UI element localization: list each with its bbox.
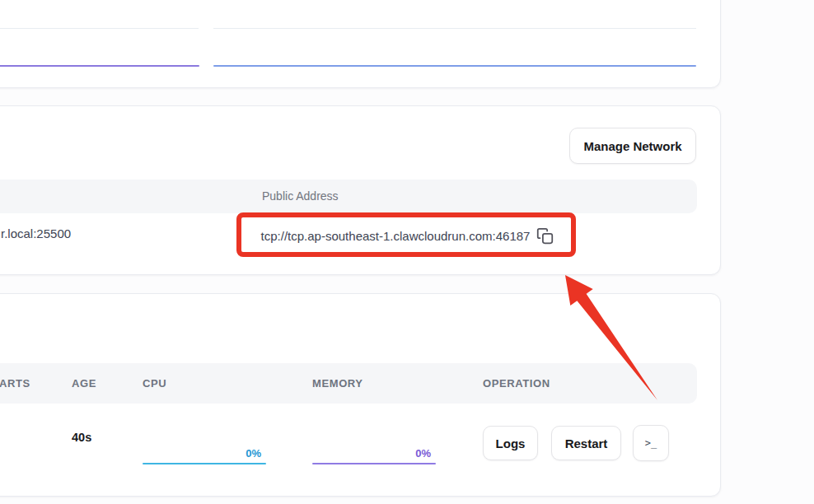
public-address-cell: tcp://tcp.ap-southeast-1.clawcloudrun.co… [237,222,578,250]
logs-button[interactable]: Logs [483,426,538,460]
network-card: Manage Network Public Address r.local:25… [0,105,721,275]
chart-gridline [0,28,199,29]
memory-percent-label: 0% [312,447,436,460]
manage-network-button[interactable]: Manage Network [569,128,696,164]
private-address-text: r.local:25500 [1,226,71,240]
cpu-usage-gauge: 0% [143,447,266,464]
memory-usage-bar [312,463,436,464]
chart-line-right [213,65,696,67]
column-header-restarts: RESTARTS [0,363,30,404]
column-header-cpu: CPU [143,363,166,404]
column-header-memory: MEMORY [312,363,363,404]
cpu-usage-bar [143,463,266,464]
restart-button[interactable]: Restart [551,426,621,460]
copy-icon[interactable] [536,227,554,245]
column-header-age: AGE [72,363,96,404]
terminal-button[interactable]: >_ [633,425,669,461]
metrics-card [0,0,721,88]
pods-table-header: RESTARTS AGE CPU MEMORY OPERATION [0,363,697,404]
public-address-text: tcp://tcp.ap-southeast-1.clawcloudrun.co… [261,229,531,243]
cpu-percent-label: 0% [143,447,266,460]
pods-card: RESTARTS AGE CPU MEMORY OPERATION 40s 0%… [0,293,721,497]
memory-usage-gauge: 0% [312,447,436,464]
column-header-operation: OPERATION [483,363,550,404]
chart-gridline [213,28,696,29]
network-table-header: Public Address [0,180,697,213]
public-address-column-header: Public Address [262,180,339,213]
chart-line-left [0,65,199,67]
pod-age-value: 40s [72,431,91,444]
